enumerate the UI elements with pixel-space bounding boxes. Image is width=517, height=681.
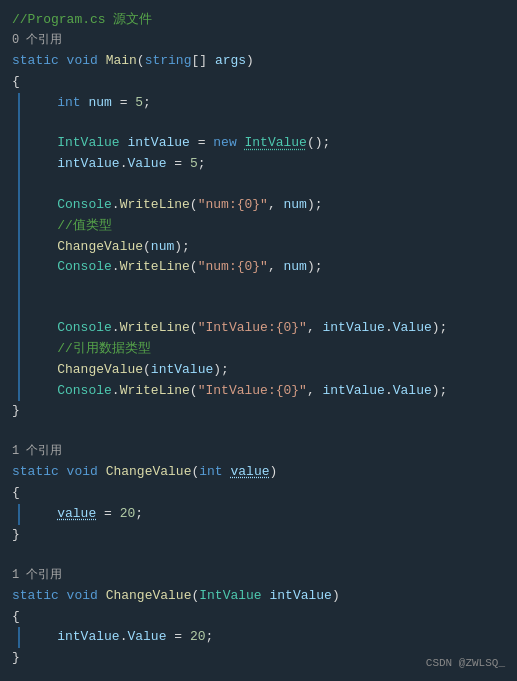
code-container: //Program.cs 源文件 0 个引用 static void Main(…: [0, 0, 517, 681]
cv2-body-content: intValue.Value = 20;: [26, 627, 505, 648]
section-main: 0 个引用 static void Main(string[] args) { …: [12, 31, 505, 422]
ref-count-cv1: 1 个引用: [12, 442, 505, 461]
code-line-intvalue-val: intValue.Value = 5;: [26, 154, 505, 175]
brace-close-main: }: [12, 401, 505, 422]
code-line-writeline-num1: Console.WriteLine("num:{0}", num);: [26, 195, 505, 216]
section-changevalue-intval: 1 个引用 static void ChangeValue(IntValue i…: [12, 566, 505, 669]
code-line-comment-value: //值类型: [26, 216, 505, 237]
watermark: CSDN @ZWLSQ_: [426, 655, 505, 673]
code-line-int: int num = 5;: [26, 93, 505, 114]
code-line-writeline-int1: Console.WriteLine("IntValue:{0}", intVal…: [26, 318, 505, 339]
code-line-changevalue-num: ChangeValue(num);: [26, 237, 505, 258]
ref-count-cv2: 1 个引用: [12, 566, 505, 585]
code-line-comment-ref: //引用数据类型: [26, 339, 505, 360]
file-header: //Program.cs 源文件: [12, 10, 505, 31]
brace-open: {: [12, 72, 505, 93]
empty-2: [26, 175, 505, 195]
section-gap-1: [12, 422, 505, 442]
cv2-body: intValue.Value = 20;: [12, 627, 505, 648]
empty-3: [26, 278, 505, 298]
indent-bar-cv2: [12, 627, 26, 648]
brace-open-cv2: {: [12, 607, 505, 628]
code-line-writeline-int2: Console.WriteLine("IntValue:{0}", intVal…: [26, 381, 505, 402]
indent-bar: [12, 93, 26, 402]
section-changevalue-int: 1 个引用 static void ChangeValue(int value)…: [12, 442, 505, 545]
cv2-signature: static void ChangeValue(IntValue intValu…: [12, 586, 505, 607]
cv1-body: value = 20;: [12, 504, 505, 525]
indent-bar-cv1: [12, 504, 26, 525]
cv1-signature: static void ChangeValue(int value): [12, 462, 505, 483]
brace-close-cv1: }: [12, 525, 505, 546]
main-body-content: int num = 5; IntValue intValue = new Int…: [26, 93, 505, 402]
empty-1: [26, 113, 505, 133]
code-line-writeline-num2: Console.WriteLine("num:{0}", num);: [26, 257, 505, 278]
code-line-intvalue-new: IntValue intValue = new IntValue();: [26, 133, 505, 154]
code-line-changevalue-int: ChangeValue(intValue);: [26, 360, 505, 381]
empty-4: [26, 298, 505, 318]
main-body: int num = 5; IntValue intValue = new Int…: [12, 93, 505, 402]
ref-count-main: 0 个引用: [12, 31, 505, 50]
code-line-value-assign: value = 20;: [26, 504, 505, 525]
section-gap-2: [12, 546, 505, 566]
code-line-intvalue-assign: intValue.Value = 20;: [26, 627, 505, 648]
cv1-body-content: value = 20;: [26, 504, 505, 525]
brace-open-cv1: {: [12, 483, 505, 504]
main-signature: static void Main(string[] args): [12, 51, 505, 72]
